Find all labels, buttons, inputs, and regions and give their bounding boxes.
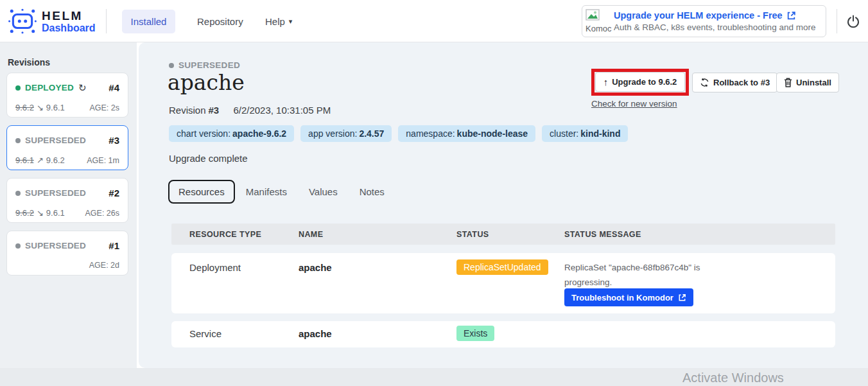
revision-age: AGE: 1m: [87, 156, 119, 165]
status-dot: [15, 138, 21, 143]
rollback-button[interactable]: Rollback to #3: [692, 73, 777, 92]
col-status-message: STATUS MESSAGE: [564, 224, 641, 245]
release-detail-panel: SUPERSEDED apache Revision#3 6/2/2023, 1…: [139, 42, 868, 368]
revision-card-1[interactable]: SUPERSEDED #1 AGE: 2d: [6, 231, 128, 276]
uninstall-button[interactable]: Uninstall: [776, 73, 839, 92]
revision-age: AGE: 2d: [89, 261, 119, 270]
revision-number: #3: [108, 135, 119, 146]
status-dot: [15, 243, 21, 249]
help-label: Help: [265, 16, 285, 27]
detail-tabs: Resources Manifests Values Notes: [168, 180, 395, 204]
upgrade-button[interactable]: ↑ Upgrade to 9.6.2: [595, 72, 685, 92]
revision-number: #4: [108, 82, 119, 93]
revision-status: DEPLOYED: [25, 83, 74, 92]
nav-tab-repository[interactable]: Repository: [197, 10, 243, 33]
komodor-banner[interactable]: Komoc Upgrade your HELM experience - Fre…: [582, 5, 826, 37]
up-arrow-icon: ↑: [603, 76, 609, 87]
release-status-text: Upgrade complete: [169, 153, 248, 164]
revision-status: SUPERSEDED: [25, 188, 86, 198]
revision-age: AGE: 26s: [85, 209, 120, 218]
tab-resources[interactable]: Resources: [168, 180, 235, 204]
resource-name: apache: [299, 328, 332, 339]
revision-date: 6/2/2023, 10:31:05 PM: [233, 105, 331, 116]
tab-manifests[interactable]: Manifests: [235, 186, 298, 197]
troubleshoot-button[interactable]: Troubleshoot in Komodor: [564, 288, 693, 306]
top-navbar: HELM Dashboard Installed Repository Help…: [0, 0, 868, 42]
new-version: 9.6.1: [46, 208, 65, 218]
release-title: apache: [168, 70, 245, 95]
logo-title: HELM: [42, 9, 96, 22]
tab-notes[interactable]: Notes: [349, 186, 395, 197]
helm-logo[interactable]: HELM Dashboard: [8, 6, 96, 36]
cluster-badge: cluster:kind-kind: [542, 125, 628, 142]
nav-tab-help[interactable]: Help ▾: [265, 10, 292, 33]
old-version: 9.6.2: [15, 103, 34, 112]
chart-version-badge: chart version:apache-9.6.2: [169, 125, 294, 142]
status-badge: ReplicaSetUpdated: [456, 259, 548, 275]
resource-type: Deployment: [189, 262, 241, 273]
release-badges: chart version:apache-9.6.2 app version:2…: [169, 125, 628, 142]
revision-card-3[interactable]: SUPERSEDED #3 9.6.1 ↗ 9.6.2 AGE: 1m: [6, 125, 128, 170]
reload-icon: ↻: [78, 85, 87, 91]
chevron-down-icon: ▾: [289, 17, 293, 26]
revision-info: Revision#3 6/2/2023, 10:31:05 PM: [169, 105, 331, 116]
helm-logo-icon: [8, 6, 37, 36]
col-resource-type: RESOURCE TYPE: [189, 224, 261, 245]
table-header: RESOURCE TYPE NAME STATUS STATUS MESSAGE: [171, 224, 835, 245]
activate-windows-watermark: Activate Windows: [682, 371, 784, 385]
nav-tab-installed[interactable]: Installed: [122, 10, 175, 33]
new-version: 9.6.1: [46, 103, 65, 112]
power-icon: [846, 14, 860, 28]
status-message: ReplicaSet "apache-68fb867c4b" is progre…: [564, 260, 700, 290]
release-status: SUPERSEDED: [169, 60, 240, 70]
revision-card-4[interactable]: DEPLOYED ↻ #4 9.6.2 ↘ 9.6.1 AGE: 2s: [6, 73, 128, 118]
external-link-icon: [786, 11, 796, 21]
revision-status: SUPERSEDED: [25, 241, 86, 250]
banner-title[interactable]: Upgrade your HELM experience - Free: [614, 10, 815, 21]
table-row-deployment: Deployment apache ReplicaSetUpdated Repl…: [171, 253, 835, 313]
col-name: NAME: [299, 224, 323, 245]
app-version-badge: app version:2.4.57: [300, 125, 392, 142]
trash-icon: [784, 78, 792, 87]
resource-type: Service: [189, 328, 221, 339]
power-button[interactable]: [845, 13, 862, 30]
table-row-service: Service apache Exists: [171, 321, 835, 347]
namespace-badge: namespace:kube-node-lease: [398, 125, 535, 142]
external-link-icon: [678, 294, 686, 302]
resource-name: apache: [299, 262, 332, 273]
annotation-highlight-box: ↑ Upgrade to 9.6.2: [591, 69, 689, 96]
banner-subtitle: Auth & RBAC, k8s events, troubleshooting…: [614, 22, 815, 32]
revision-number: #2: [108, 188, 119, 198]
sidebar-title: Revisions: [8, 57, 50, 67]
new-version: 9.6.2: [46, 155, 65, 165]
revision-number: #1: [108, 240, 119, 251]
status-dot: [15, 85, 21, 91]
check-new-version-link[interactable]: Check for new version: [591, 99, 677, 109]
komodor-banner-image: Komoc: [586, 7, 614, 35]
broken-image-icon: [586, 9, 600, 21]
trend-arrow-icon: ↘: [37, 208, 44, 218]
col-status: STATUS: [456, 224, 489, 245]
tab-values[interactable]: Values: [298, 186, 349, 197]
old-version: 9.6.1: [15, 155, 34, 165]
status-dot: [15, 191, 21, 196]
revisions-sidebar: Revisions DEPLOYED ↻ #4 9.6.2 ↘ 9.6.1 AG…: [0, 42, 137, 368]
trend-arrow-icon: ↘: [37, 103, 44, 112]
revision-status: SUPERSEDED: [25, 136, 86, 145]
revision-card-2[interactable]: SUPERSEDED #2 9.6.2 ↘ 9.6.1 AGE: 26s: [6, 178, 128, 223]
status-badge: Exists: [456, 326, 494, 341]
nav-divider: [837, 9, 837, 33]
logo-subtitle: Dashboard: [42, 22, 96, 34]
status-dot: [169, 63, 174, 68]
rollback-icon: [700, 78, 709, 87]
old-version: 9.6.2: [15, 208, 34, 218]
nav-divider: [106, 9, 107, 33]
banner-image-alt: Komoc: [586, 24, 614, 33]
revision-age: AGE: 2s: [89, 103, 119, 112]
trend-arrow-icon: ↗: [37, 155, 44, 165]
